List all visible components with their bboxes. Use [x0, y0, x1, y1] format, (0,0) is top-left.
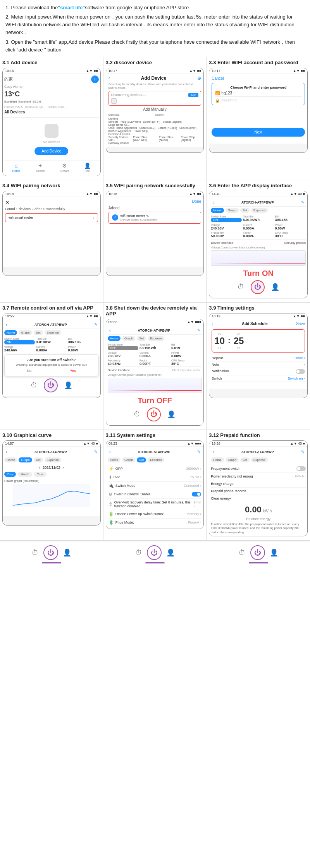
tab-set-37[interactable]: Set [34, 330, 43, 335]
note-value[interactable]: › [304, 363, 305, 366]
bottom-power-btn-1[interactable]: ⏻ [43, 545, 58, 560]
back-icon-311[interactable]: ‹ [109, 449, 111, 455]
back-icon-312[interactable]: ‹ [212, 449, 214, 455]
switch-value-39[interactable]: Switch on › [288, 377, 305, 380]
tab-expense-37[interactable]: Expense [45, 330, 61, 335]
graph-tab-year[interactable]: Year [34, 472, 46, 477]
settings-item[interactable]: ⬇LVP75.0V › [108, 473, 202, 482]
done-btn[interactable]: Done [192, 199, 201, 204]
tab-home-36[interactable]: Home [211, 208, 224, 213]
timer-icon-38[interactable]: ⏱ [134, 410, 141, 418]
tab-home-312[interactable]: Home [211, 457, 224, 462]
wifi-choose-title: Choose Wi-Fi and enter password [215, 86, 301, 89]
bottom-power-btn-3[interactable]: ⏻ [250, 545, 265, 560]
tab-expense-36[interactable]: Expense [251, 208, 268, 213]
power-on-button-36[interactable]: ⏻ [251, 280, 265, 294]
settings-item[interactable]: 💲Price Mode:Price-A › [108, 519, 202, 527]
prepaid-item[interactable]: Power electricity not enoug6kW·h › [211, 473, 306, 480]
bottom-person-3[interactable]: 👤 [270, 548, 278, 557]
tab-expense-312[interactable]: Expense [251, 457, 268, 462]
section-32-title: 3.2 discover device [106, 60, 204, 65]
power-button-37[interactable]: ⏻ [44, 378, 58, 392]
nav-scene[interactable]: ✦ Scene [36, 163, 45, 173]
prepaid-toggle-off[interactable] [296, 466, 306, 471]
back-icon-38[interactable]: ‹ [109, 328, 111, 333]
timer-icon-36[interactable]: ⏱ [238, 283, 245, 291]
timing-save-btn[interactable]: Save [296, 322, 305, 327]
tab-home-310[interactable]: Home [4, 457, 17, 462]
bottom-power-row: ⏱ ⏻ 👤 ⏱ ⏻ 👤 ⏱ ⏻ 👤 [0, 541, 310, 566]
next-date-btn[interactable]: › [62, 465, 64, 470]
prev-date-btn[interactable]: ‹ [39, 465, 40, 470]
repeat-value[interactable]: Once › [294, 356, 305, 360]
back-icon-310[interactable]: ‹ [6, 449, 7, 455]
add-device-circle-btn[interactable]: + [91, 75, 99, 83]
next-button[interactable]: Next [212, 128, 305, 137]
edit-icon-311[interactable]: ✎ [197, 450, 200, 454]
settings-item[interactable]: 🔌Switch ModeContorted › [108, 482, 202, 490]
bottom-timer-3[interactable]: ⏱ [239, 549, 246, 557]
confirm-no-btn[interactable]: No [27, 369, 32, 373]
bottom-timer-1[interactable]: ⏱ [32, 549, 39, 557]
bottom-timer-2[interactable]: ⏱ [135, 549, 142, 557]
notification-toggle[interactable] [296, 369, 305, 374]
settings-item[interactable]: ⏱Over-Volt recovery delay time: Set 0 mi… [108, 499, 202, 510]
tab-graph-311[interactable]: Graph [122, 457, 135, 462]
tab-expense-311[interactable]: Expense [148, 457, 164, 462]
edit-icon-38[interactable]: ✎ [197, 328, 200, 332]
back-icon-39[interactable]: ‹ [212, 322, 213, 327]
tab-set-311[interactable]: Set [137, 457, 146, 462]
instructions-block: 1. Please download the"smart life"softwa… [0, 0, 310, 57]
bottom-power-btn-2[interactable]: ⏻ [147, 545, 162, 560]
prepaid-item[interactable]: Prepayment switch [211, 465, 306, 473]
edit-icon-312[interactable]: ✎ [301, 450, 304, 454]
tab-expense-38[interactable]: Expense [148, 336, 164, 341]
power-off-button-38[interactable]: ⏻ [147, 407, 161, 421]
prepaid-item[interactable]: Prepaid phone records [211, 488, 306, 495]
confirm-yes-btn[interactable]: Yes [70, 369, 76, 373]
edit-icon-310[interactable]: ✎ [94, 450, 97, 454]
back-icon-36[interactable]: ‹ [212, 200, 214, 205]
cancel-btn[interactable]: Cancel [212, 76, 224, 80]
power-label-37: Power [68, 346, 98, 348]
tab-set-36[interactable]: Set [240, 208, 250, 213]
prepaid-item-value: 6kW·h › [295, 474, 306, 478]
tab-home-37[interactable]: Home [4, 330, 17, 335]
tab-set-38[interactable]: Set [137, 336, 146, 341]
back-icon-37[interactable]: ‹ [6, 322, 7, 327]
settings-toggle-on[interactable] [192, 492, 201, 496]
edit-icon-36[interactable]: ✎ [301, 200, 304, 204]
tab-set-312[interactable]: Set [240, 457, 250, 462]
tab-graph-36[interactable]: Graph [226, 208, 239, 213]
tab-home-38[interactable]: Home [108, 336, 121, 341]
discover-add-btn[interactable]: Add [188, 93, 198, 97]
person-icon-37[interactable]: 👤 [64, 381, 72, 390]
settings-item[interactable]: 🔋Device Power-up switch status:Memory › [108, 510, 202, 519]
person-icon-38[interactable]: 👤 [167, 410, 176, 419]
settings-item[interactable]: ⚡OPP26000W › [108, 465, 202, 473]
tab-graph-37[interactable]: Graph [19, 330, 32, 335]
tab-set-310[interactable]: Set [34, 457, 43, 462]
nav-me[interactable]: 👤 Me [84, 163, 91, 173]
bottom-person-1[interactable]: 👤 [63, 548, 71, 557]
pairing-close-icon[interactable]: ✕ [5, 199, 10, 205]
power-38: 0.00W [171, 354, 202, 358]
graph-tab-month[interactable]: Month [17, 472, 32, 477]
person-icon-36[interactable]: 👤 [271, 283, 279, 291]
tab-home-311[interactable]: Home [108, 457, 121, 462]
tab-expense-310[interactable]: Expense [45, 457, 61, 462]
bottom-person-2[interactable]: 👤 [166, 548, 175, 557]
add-device-button[interactable]: Add Device [34, 147, 68, 155]
prepaid-item[interactable]: Energy charge [211, 480, 306, 488]
graph-tab-day[interactable]: Day [4, 472, 16, 477]
settings-item[interactable]: ⚙Overrun Control Enable [108, 490, 202, 499]
nav-home[interactable]: ⌂ Home [12, 163, 20, 173]
tab-graph-38[interactable]: Graph [122, 336, 135, 341]
tab-graph-312[interactable]: Graph [226, 457, 239, 462]
tab-graph-310[interactable]: Graph [19, 457, 32, 462]
nav-smart[interactable]: ⚙ Smart [60, 163, 69, 173]
prepaid-item[interactable]: Clear energy [211, 495, 306, 502]
edit-icon-37[interactable]: ✎ [94, 322, 97, 327]
timer-icon-37[interactable]: ⏱ [31, 381, 38, 389]
power-controls-37: ⏱ ⏻ 👤 [4, 378, 99, 392]
